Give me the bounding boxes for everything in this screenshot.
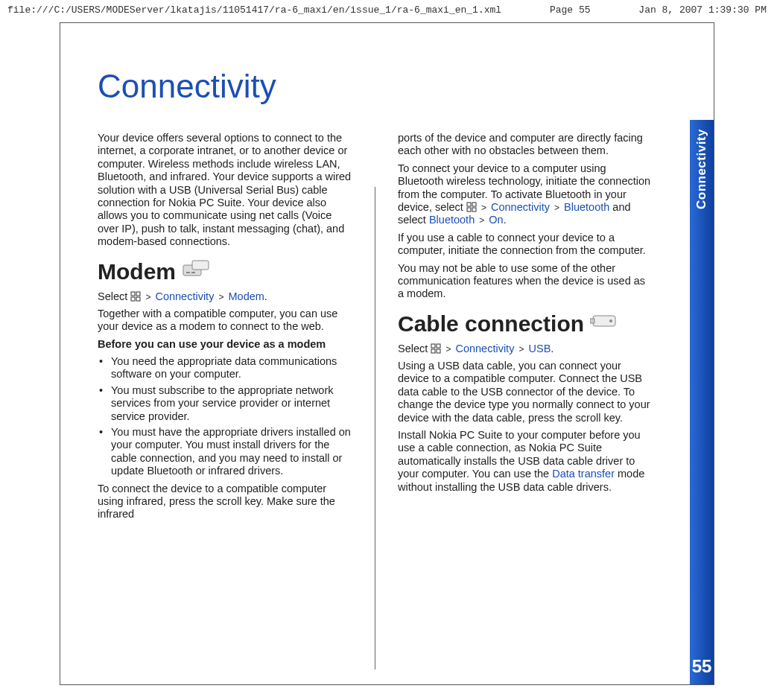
- nav-connectivity: Connectivity: [455, 343, 514, 354]
- page-frame: Connectivity Your device offers several …: [60, 22, 714, 685]
- modem-icon: [182, 258, 212, 286]
- col2-top: ports of the device and computer are dir…: [398, 132, 653, 158]
- svg-rect-8: [467, 203, 471, 206]
- nav-data-transfer: Data transfer: [552, 468, 615, 480]
- column-divider: [375, 187, 375, 669]
- left-column: Your device offers several options to co…: [98, 127, 352, 669]
- menu-icon: [130, 291, 141, 302]
- svg-rect-7: [136, 297, 140, 301]
- nav-usb: USB: [528, 343, 551, 354]
- chevron-right-icon: >: [553, 203, 561, 213]
- cable-select-line: Select > Connectivity > USB.: [398, 343, 653, 355]
- nav-bluetooth-2: Bluetooth: [429, 214, 475, 226]
- menu-icon: [431, 343, 441, 354]
- chevron-right-icon: >: [217, 292, 225, 302]
- nav-on: On: [489, 214, 503, 226]
- chevron-right-icon: >: [444, 344, 452, 354]
- nav-connectivity: Connectivity: [491, 201, 550, 213]
- file-path: file:///C:/USERS/MODEServer/lkatajis/110…: [7, 4, 501, 16]
- right-column: ports of the device and computer are dir…: [398, 127, 653, 669]
- svg-point-14: [609, 319, 612, 322]
- cable-heading: Cable connection: [398, 310, 653, 338]
- modem-p1: Together with a compatible computer, you…: [98, 308, 352, 334]
- side-tab-label: Connectivity: [694, 129, 709, 209]
- svg-rect-17: [431, 349, 435, 353]
- svg-rect-16: [437, 344, 440, 348]
- menu-icon: [466, 202, 477, 212]
- svg-rect-9: [472, 203, 476, 206]
- svg-rect-2: [186, 272, 190, 273]
- print-header: file:///C:/USERS/MODEServer/lkatajis/110…: [0, 0, 774, 16]
- bluetooth-paragraph: To connect your device to a computer usi…: [398, 162, 653, 227]
- svg-rect-4: [131, 292, 135, 296]
- cable-p1: Using a USB data cable, you can connect …: [398, 360, 653, 424]
- modem-select-line: Select > Connectivity > Modem.: [98, 290, 352, 303]
- page-number: 55: [692, 656, 712, 677]
- cable-initiate-p: If you use a cable to connect your devic…: [398, 232, 653, 258]
- svg-rect-6: [131, 297, 135, 301]
- svg-rect-18: [437, 349, 440, 353]
- page-title: Connectivity: [98, 68, 276, 105]
- timestamp: Jan 8, 2007 1:39:30 PM: [638, 4, 767, 16]
- modem-heading: Modem: [98, 258, 352, 286]
- chevron-right-icon: >: [480, 203, 488, 213]
- chevron-right-icon: >: [478, 215, 486, 226]
- nav-bluetooth: Bluetooth: [564, 201, 609, 213]
- svg-rect-15: [431, 344, 435, 348]
- intro-paragraph: Your device offers several options to co…: [98, 132, 352, 249]
- chevron-right-icon: >: [144, 292, 152, 302]
- svg-rect-5: [136, 292, 140, 296]
- page-indicator: Page 55: [550, 4, 591, 16]
- list-item: You need the appropriate data communicat…: [98, 355, 352, 381]
- modem-heading-text: Modem: [98, 258, 176, 285]
- nav-modem: Modem: [228, 290, 264, 302]
- content-area: Connectivity Your device offers several …: [60, 23, 690, 684]
- list-item: You must subscribe to the appropriate ne…: [98, 384, 352, 423]
- nav-connectivity: Connectivity: [155, 290, 214, 302]
- modem-before-heading: Before you can use your device as a mode…: [98, 338, 352, 351]
- modem-requirements-list: You need the appropriate data communicat…: [98, 355, 352, 478]
- svg-rect-11: [472, 208, 476, 211]
- cable-heading-text: Cable connection: [398, 311, 584, 337]
- svg-rect-13: [590, 319, 594, 323]
- chevron-right-icon: >: [517, 344, 525, 354]
- svg-rect-1: [192, 261, 209, 270]
- modem-limitation-p: You may not be able to use some of the o…: [398, 262, 653, 301]
- modem-p2: To connect the device to a compatible co…: [98, 483, 352, 521]
- svg-rect-10: [467, 208, 471, 211]
- list-item: You must have the appropriate drivers in…: [98, 426, 352, 478]
- svg-rect-3: [191, 272, 195, 273]
- side-tab: Connectivity 55: [690, 120, 714, 684]
- cable-p2: Install Nokia PC Suite to your computer …: [398, 429, 653, 494]
- usb-icon: [590, 310, 620, 338]
